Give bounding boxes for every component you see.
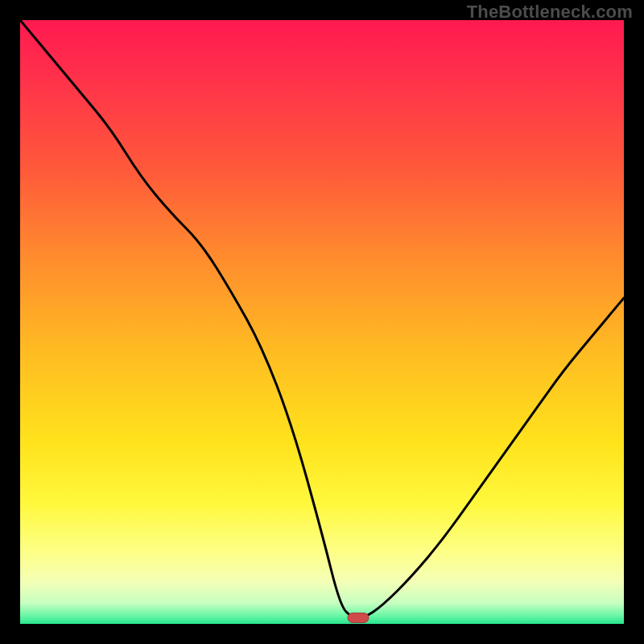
plot-area <box>20 20 624 624</box>
minimum-marker-pill <box>348 613 369 623</box>
watermark-text: TheBottleneck.com <box>467 2 633 23</box>
chart-frame: TheBottleneck.com <box>0 0 644 644</box>
bottleneck-chart-svg <box>20 20 624 624</box>
